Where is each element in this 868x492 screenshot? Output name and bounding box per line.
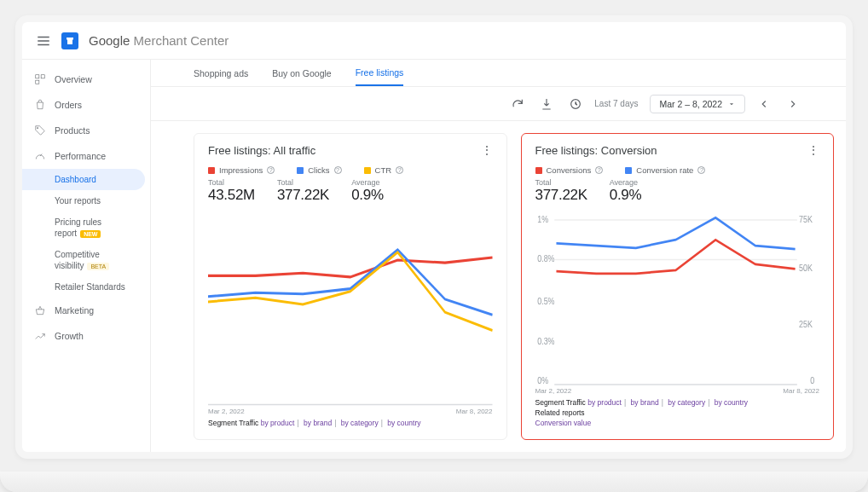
brand-title: Google Merchant Center [89, 33, 229, 48]
x-end: Mar 8, 2022 [456, 408, 493, 415]
svg-text:1%: 1% [537, 214, 548, 224]
seg-by-brand[interactable]: by brand [631, 398, 659, 407]
hamburger-icon[interactable] [36, 33, 51, 49]
more-menu-icon[interactable]: ⋮ [481, 144, 493, 156]
card-title: Free listings: All traffic [208, 144, 315, 157]
metric-ctr: Average0.9% [351, 178, 384, 204]
topbar: Google Merchant Center [22, 22, 846, 60]
legend-conversion-rate: Conversion rate? [625, 165, 705, 175]
prev-range-button[interactable] [754, 94, 774, 114]
speed-icon [34, 150, 46, 162]
info-icon[interactable]: ? [396, 166, 403, 174]
svg-text:0.8%: 0.8% [537, 253, 554, 263]
card-all-traffic: Free listings: All traffic ⋮ Impressions… [194, 133, 507, 440]
last-7-days-label: Last 7 days [594, 99, 638, 108]
merchant-center-logo-icon [61, 32, 78, 49]
svg-text:50K: 50K [799, 263, 813, 273]
sidebar-label: Products [55, 125, 90, 136]
x-end: Mar 8, 2022 [783, 387, 819, 395]
tab-buy-on-google[interactable]: Buy on Google [272, 61, 331, 85]
segment-links: Segment Traffic by product| by brand| by… [535, 398, 820, 429]
growth-icon [34, 330, 46, 342]
date-range-picker[interactable]: Mar 2 – 8, 2022 [650, 95, 745, 113]
sidebar-sub-competitive-visibility[interactable]: Competitive visibilityBETA [22, 244, 150, 276]
segment-links: Segment Traffic by product| by brand| by… [208, 419, 493, 429]
info-icon[interactable]: ? [267, 166, 275, 174]
metric-impressions: Total43.52M [208, 178, 255, 204]
info-icon[interactable]: ? [334, 166, 342, 174]
tab-shopping-ads[interactable]: Shopping ads [194, 61, 248, 85]
legend-ctr: CTR? [364, 165, 404, 175]
basket-icon [34, 304, 46, 316]
sidebar-label: Orders [55, 100, 82, 110]
chart-conversion: 1% 0.8% 0.5% 0.3% 0% 75K 50K 25K 0 [535, 211, 820, 385]
tag-icon [34, 124, 46, 136]
metric-conversion-rate: Average0.9% [610, 178, 642, 204]
info-icon[interactable]: ? [697, 166, 705, 174]
laptop-base [0, 472, 868, 492]
svg-text:75K: 75K [799, 214, 813, 224]
sidebar-item-products[interactable]: Products [22, 118, 150, 143]
tabs: Shopping ads Buy on Google Free listings [151, 60, 846, 87]
x-start: Mar 2, 2022 [208, 408, 245, 415]
sidebar-sub-pricing-rules[interactable]: Pricing rules reportNEW [22, 211, 150, 244]
x-start: Mar 2, 2022 [535, 387, 572, 395]
beta-badge: BETA [87, 263, 109, 270]
sidebar-sub-dashboard[interactable]: Dashboard [22, 169, 145, 190]
card-title: Free listings: Conversion [535, 144, 657, 157]
sidebar-item-performance[interactable]: Performance [22, 143, 150, 169]
seg-by-category[interactable]: by category [668, 398, 705, 407]
seg-by-product[interactable]: by product [261, 419, 295, 427]
metric-conversions: Total377.22K [535, 178, 587, 204]
sidebar-item-growth[interactable]: Growth [22, 323, 150, 349]
new-badge: NEW [80, 230, 101, 238]
seg-by-product[interactable]: by product [587, 398, 622, 407]
dashboard-icon [34, 73, 46, 85]
tab-free-listings[interactable]: Free listings [356, 61, 404, 86]
bag-icon [34, 99, 46, 111]
sidebar-label: Performance [55, 151, 106, 161]
svg-point-3 [37, 127, 38, 129]
svg-rect-0 [36, 75, 39, 78]
svg-text:25K: 25K [799, 319, 813, 329]
chart-all-traffic [208, 211, 493, 406]
svg-rect-1 [41, 75, 44, 78]
svg-text:0.5%: 0.5% [537, 296, 554, 306]
toolbar: Last 7 days Mar 2 – 8, 2022 [151, 87, 846, 121]
seg-by-brand[interactable]: by brand [304, 419, 332, 427]
svg-text:0: 0 [810, 375, 814, 385]
sidebar-sub-retailer-standards[interactable]: Retailer Standards [22, 276, 150, 298]
download-icon[interactable] [536, 94, 557, 114]
card-conversion: Free listings: Conversion ⋮ Conversions?… [521, 133, 835, 440]
more-menu-icon[interactable]: ⋮ [807, 144, 819, 156]
link-conversion-value[interactable]: Conversion value [535, 419, 592, 427]
legend-impressions: Impressions? [208, 165, 275, 175]
main-panel: Shopping ads Buy on Google Free listings… [150, 60, 846, 452]
legend-conversions: Conversions? [535, 165, 604, 175]
seg-by-category[interactable]: by category [341, 419, 379, 427]
legend-clicks: Clicks? [297, 165, 341, 175]
sidebar: Overview Orders Products Performance Das… [22, 60, 150, 452]
sidebar-label: Growth [55, 331, 84, 341]
svg-text:0.3%: 0.3% [537, 337, 554, 347]
sidebar-item-overview[interactable]: Overview [22, 67, 150, 92]
sidebar-item-orders[interactable]: Orders [22, 92, 150, 118]
sidebar-label: Overview [55, 74, 92, 84]
sidebar-label: Marketing [55, 305, 94, 315]
sidebar-sub-your-reports[interactable]: Your reports [22, 190, 150, 211]
svg-text:0%: 0% [537, 375, 548, 385]
next-range-button[interactable] [783, 94, 803, 114]
caret-down-icon [727, 100, 736, 108]
refresh-icon[interactable] [507, 94, 528, 114]
seg-by-country[interactable]: by country [387, 419, 420, 427]
seg-by-country[interactable]: by country [715, 398, 748, 407]
metric-clicks: Total377.22K [277, 178, 329, 204]
history-icon[interactable] [565, 94, 586, 114]
sidebar-item-marketing[interactable]: Marketing [22, 298, 150, 323]
info-icon[interactable]: ? [595, 166, 603, 174]
svg-rect-2 [36, 80, 39, 84]
